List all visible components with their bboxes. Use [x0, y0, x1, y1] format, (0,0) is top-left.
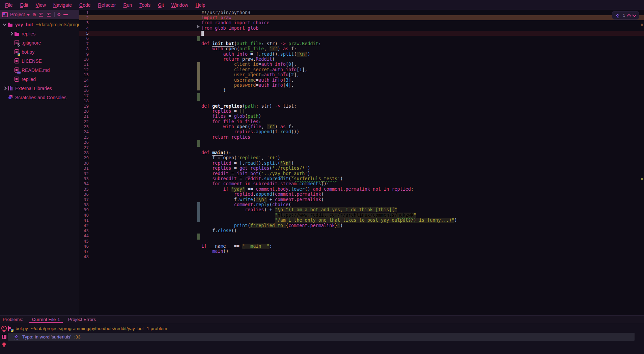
code-line-41[interactable]: 41 "/am_i_the_only_one_that_likes_to_pos… [79, 218, 644, 223]
menu-edit[interactable]: Edit [17, 2, 32, 8]
sidebar-item--gitignore[interactable]: .gitignore [0, 38, 79, 47]
line-number[interactable]: 27 [79, 145, 89, 150]
code-line-35[interactable]: 35 if 'yay' == comment.body.lower() and … [79, 187, 644, 192]
code-line-14[interactable]: 14 username=auth_info[3], [79, 78, 644, 83]
line-number[interactable]: 18 [79, 98, 89, 103]
problems-file-row[interactable]: bot.py ~/data/projects/programming/pytho… [8, 325, 167, 332]
code-line-20[interactable]: 20 replies = [] [79, 109, 644, 114]
code-line-36[interactable]: 36 replied.append(comment.permalink) [79, 192, 644, 197]
code-line-1[interactable]: 1#!/usr/bin/python3 [79, 10, 644, 15]
code-line-27[interactable]: 27 [79, 145, 644, 150]
code-line-48[interactable]: 48 [79, 254, 644, 259]
code-line-22[interactable]: 22 for file in files: [79, 119, 644, 124]
chevron-slot[interactable] [2, 24, 7, 25]
line-number[interactable]: 8 [79, 46, 89, 51]
tab-project-errors[interactable]: Project Errors [64, 316, 100, 323]
project-panel-title[interactable]: Project [10, 12, 25, 17]
next-problem-icon[interactable] [632, 13, 637, 17]
line-number[interactable]: 11 [79, 62, 89, 67]
line-number[interactable]: 45 [79, 239, 89, 244]
code-line-7[interactable]: 7def init_bot(auth_file: str) -> praw.Re… [79, 41, 644, 46]
previous-problem-icon[interactable] [627, 14, 631, 18]
locate-icon[interactable]: ⊕ [32, 12, 37, 17]
line-number[interactable]: 13 [79, 72, 89, 77]
line-number[interactable]: 4 [79, 26, 89, 31]
code-line-21[interactable]: 21 files = glob(path) [79, 114, 644, 119]
line-number[interactable]: 28 [79, 150, 89, 155]
line-number[interactable]: 17 [79, 93, 89, 98]
line-number[interactable]: 30 [79, 161, 89, 166]
code-line-10[interactable]: 10 return praw.Reddit( [79, 57, 644, 62]
line-number[interactable]: 44 [79, 233, 89, 238]
code-line-8[interactable]: 8 with open(auth_file, 'r') as f: [79, 46, 644, 51]
menu-git[interactable]: Git [154, 2, 168, 8]
line-number[interactable]: 31 [79, 166, 89, 171]
code-line-38[interactable]: 38 comment.reply(choice( [79, 202, 644, 207]
line-number[interactable]: 42 [79, 223, 89, 228]
code-line-6[interactable]: 6 [79, 36, 644, 41]
line-number[interactable]: 3 [79, 20, 89, 25]
code-line-37[interactable]: 37 f.write('\n' + comment.permalink) [79, 197, 644, 202]
line-number[interactable]: 9 [79, 52, 89, 57]
code-line-17[interactable]: 17 [79, 93, 644, 98]
menu-file[interactable]: File [1, 2, 17, 8]
tab-current-file[interactable]: Current File 1 [28, 316, 64, 323]
sidebar-item-replied[interactable]: replied [0, 75, 79, 84]
error-stripe-mark[interactable] [641, 178, 643, 180]
menu-tools[interactable]: Tools [136, 2, 154, 8]
filter-icon[interactable] [1, 326, 7, 331]
sidebar-item-yay-bot[interactable]: yay_bot~/data/projects/progr [0, 20, 79, 29]
chevron-slot[interactable] [2, 87, 7, 90]
sidebar-item-readme-md[interactable]: README.md [0, 65, 79, 75]
line-number[interactable]: 39 [79, 207, 89, 212]
line-number[interactable]: 25 [79, 135, 89, 140]
line-number[interactable]: 26 [79, 140, 89, 145]
line-number[interactable]: 29 [79, 155, 89, 160]
editor[interactable]: 1#!/usr/bin/python32import praw3from ran… [79, 10, 644, 316]
code-line-26[interactable]: 26 [79, 140, 644, 145]
expand-all-icon[interactable] [38, 12, 44, 17]
code-line-11[interactable]: 11 client_id=auth_info[0], [79, 62, 644, 67]
line-number[interactable]: 22 [79, 119, 89, 124]
line-number[interactable]: 37 [79, 197, 89, 202]
inspection-widget[interactable]: ✓✓ 1 [612, 11, 639, 20]
sidebar-item-replies[interactable]: replies [0, 29, 79, 38]
line-number[interactable]: 10 [79, 57, 89, 62]
layout-icon[interactable] [2, 335, 6, 339]
code-line-12[interactable]: 12 client_secret=auth_info[1], [79, 67, 644, 72]
code-line-31[interactable]: 31 replies = get_replies('./replies/*') [79, 166, 644, 171]
line-number[interactable]: 36 [79, 192, 89, 197]
line-number[interactable]: 48 [79, 254, 89, 259]
line-number[interactable]: 33 [79, 176, 89, 181]
code-line-28[interactable]: 28def main(): [79, 150, 644, 155]
code-line-9[interactable]: 9 auth_info = f.read().split('\n') [79, 52, 644, 57]
line-number[interactable]: 7 [79, 41, 89, 46]
gear-icon[interactable]: ⚙ [56, 12, 62, 17]
line-number[interactable]: 5 [79, 31, 89, 36]
menu-navigate[interactable]: Navigate [50, 2, 76, 8]
line-number[interactable]: 15 [79, 83, 89, 88]
line-number[interactable]: 2 [79, 15, 89, 20]
run-gutter-icon[interactable] [197, 25, 200, 28]
code-line-2[interactable]: 2import praw [79, 15, 644, 20]
line-number[interactable]: 19 [79, 104, 89, 109]
menu-refactor[interactable]: Refactor [94, 2, 120, 8]
line-number[interactable]: 46 [79, 244, 89, 249]
code-line-30[interactable]: 30 replied = f.read().split('\n') [79, 161, 644, 166]
line-number[interactable]: 32 [79, 171, 89, 176]
code-line-34[interactable]: 34 for comment in subreddit.stream.comme… [79, 181, 644, 186]
collapse-all-icon[interactable] [46, 12, 51, 17]
code-line-40[interactable]: 40 "https://www.reddit.com/r/archlinux/c… [79, 213, 644, 218]
line-number[interactable]: 12 [79, 67, 89, 72]
code-line-16[interactable]: 16 ) [79, 88, 644, 93]
code-line-45[interactable]: 45 [79, 239, 644, 244]
code-line-5[interactable]: 5 [79, 31, 644, 36]
code-line-47[interactable]: 47 main() [79, 249, 644, 254]
line-number[interactable]: 1 [79, 10, 89, 15]
code-line-18[interactable]: 18 [79, 98, 644, 103]
code-line-44[interactable]: 44 [79, 233, 644, 238]
menu-view[interactable]: View [32, 2, 50, 8]
code-line-13[interactable]: 13 user_agent=auth_info[2], [79, 72, 644, 77]
line-number[interactable]: 34 [79, 181, 89, 186]
code-line-46[interactable]: 46if __name__ == "__main__": [79, 244, 644, 249]
